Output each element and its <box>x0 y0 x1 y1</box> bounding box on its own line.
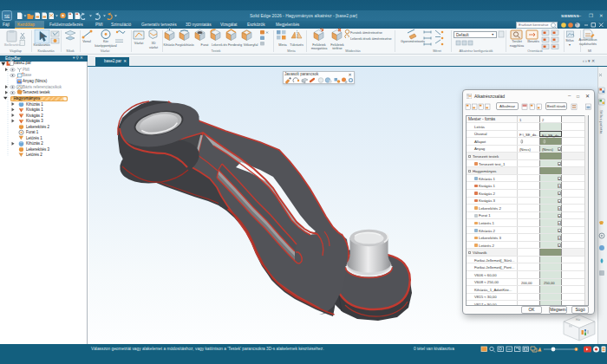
svg-text:SE: SE <box>4 14 10 19</box>
svg-text:Ház: Ház <box>576 318 581 322</box>
